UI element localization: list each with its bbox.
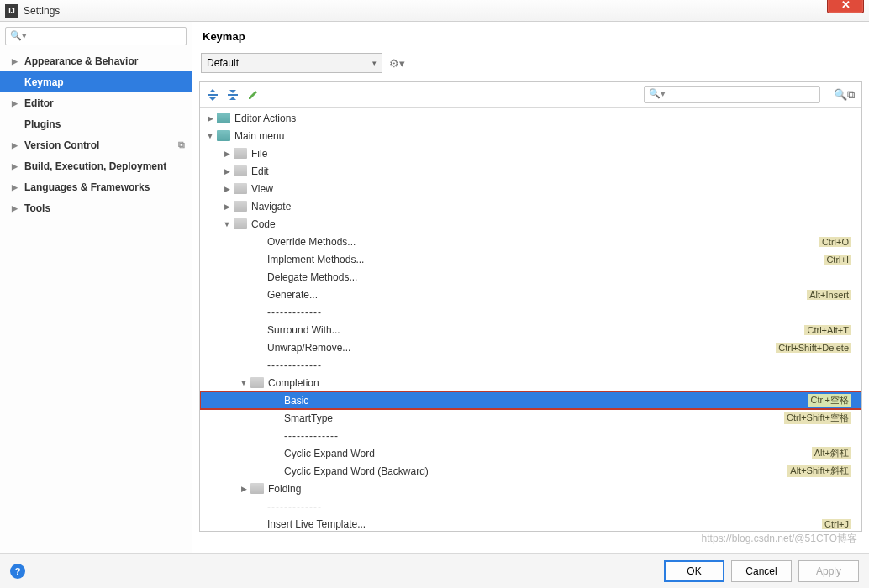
copy-icon: ⧉ <box>178 139 185 150</box>
nav-version-control[interactable]: ▶Version Control⧉ <box>0 134 192 155</box>
tree-view[interactable]: ▶View <box>200 180 861 197</box>
tree-separator: ------------- <box>200 356 861 374</box>
settings-sidebar: 🔍▾ ▶Appearance & Behavior Keymap ▶Editor… <box>0 22 192 553</box>
tree-implement[interactable]: Implement Methods...Ctrl+I <box>200 250 861 268</box>
chevron-right-icon: ▶ <box>12 204 20 213</box>
window-title: Settings <box>24 5 60 17</box>
svg-rect-1 <box>228 94 238 96</box>
apply-button[interactable]: Apply <box>798 560 859 582</box>
main-panel: Keymap Default ▾ ⚙▾ 🔍▾ 🔍⧉ ▶E <box>192 22 869 553</box>
shortcut: Alt+斜杠 <box>812 447 851 459</box>
shortcut: Ctrl+Alt+T <box>804 325 851 335</box>
folder-icon <box>234 201 247 212</box>
tree-main-menu[interactable]: ▼Main menu <box>200 127 861 144</box>
chevron-right-icon: ▶ <box>12 57 20 66</box>
nav-plugins[interactable]: Plugins <box>0 113 192 134</box>
titlebar: IJ Settings ✕ <box>0 0 869 22</box>
actions-toolbar: 🔍▾ 🔍⧉ <box>200 82 861 108</box>
chevron-right-icon: ▶ <box>12 99 20 108</box>
actions-panel: 🔍▾ 🔍⧉ ▶Editor Actions ▼Main menu ▶File ▶… <box>199 81 862 532</box>
tree-code[interactable]: ▼Code <box>200 215 861 233</box>
tree-generate[interactable]: Generate...Alt+Insert <box>200 286 861 303</box>
tree-completion[interactable]: ▼Completion <box>200 374 861 391</box>
shortcut: Ctrl+J <box>822 519 851 529</box>
shortcut: Ctrl+空格 <box>808 394 851 407</box>
folder-icon <box>234 165 247 176</box>
shortcut: Alt+Insert <box>807 290 851 300</box>
chevron-right-icon: ▶ <box>222 185 232 193</box>
svg-rect-0 <box>208 94 218 96</box>
nav-appearance[interactable]: ▶Appearance & Behavior <box>0 50 192 71</box>
action-search-input[interactable] <box>644 86 820 103</box>
help-icon[interactable]: ? <box>10 564 25 579</box>
nav-editor[interactable]: ▶Editor <box>0 92 192 113</box>
chevron-right-icon: ▶ <box>239 485 249 493</box>
folder-icon <box>217 130 230 141</box>
chevron-down-icon: ▼ <box>239 379 249 387</box>
tree-edit[interactable]: ▶Edit <box>200 162 861 180</box>
ok-button[interactable]: OK <box>664 560 724 582</box>
tree-folding[interactable]: ▶Folding <box>200 480 861 497</box>
folder-icon <box>234 183 247 194</box>
shortcut: Alt+Shift+斜杠 <box>787 465 851 477</box>
app-icon: IJ <box>5 4 18 18</box>
folder-icon <box>234 218 247 229</box>
chevron-right-icon: ▶ <box>222 150 232 158</box>
collapse-all-icon[interactable] <box>227 89 239 101</box>
close-button[interactable]: ✕ <box>827 0 864 13</box>
nav-languages[interactable]: ▶Languages & Frameworks <box>0 176 192 197</box>
folder-icon <box>250 483 264 494</box>
nav-keymap[interactable]: Keymap <box>0 71 192 92</box>
tree-separator: ------------- <box>200 427 861 444</box>
tree-delegate[interactable]: Delegate Methods... <box>200 268 861 286</box>
shortcut: Ctrl+Shift+空格 <box>784 412 851 424</box>
tree-navigate[interactable]: ▶Navigate <box>200 197 861 215</box>
chevron-right-icon: ▶ <box>12 183 20 192</box>
chevron-right-icon: ▶ <box>222 202 232 211</box>
folder-icon <box>234 148 247 159</box>
chevron-right-icon: ▶ <box>205 114 215 123</box>
tree-override[interactable]: Override Methods...Ctrl+O <box>200 233 861 250</box>
sidebar-search-input[interactable] <box>5 27 187 45</box>
find-shortcut-icon[interactable]: 🔍⧉ <box>834 88 855 102</box>
tree-insert-template[interactable]: Insert Live Template...Ctrl+J <box>200 515 861 531</box>
search-icon: 🔍▾ <box>10 30 27 41</box>
action-tree[interactable]: ▶Editor Actions ▼Main menu ▶File ▶Edit ▶… <box>200 108 861 531</box>
tree-editor-actions[interactable]: ▶Editor Actions <box>200 109 861 127</box>
chevron-down-icon: ▼ <box>222 220 232 228</box>
dialog-footer: ? OK Cancel Apply <box>0 553 869 588</box>
shortcut: Ctrl+I <box>824 255 851 265</box>
expand-all-icon[interactable] <box>207 89 219 101</box>
folder-icon <box>217 113 230 123</box>
shortcut: Ctrl+O <box>819 237 851 247</box>
search-icon: 🔍▾ <box>649 88 666 99</box>
scheme-value: Default <box>207 57 239 69</box>
tree-cyclic[interactable]: Cyclic Expand WordAlt+斜杠 <box>200 444 861 462</box>
tree-basic[interactable]: BasicCtrl+空格 <box>200 391 861 409</box>
tree-cyclic-bw[interactable]: Cyclic Expand Word (Backward)Alt+Shift+斜… <box>200 462 861 480</box>
tree-unwrap[interactable]: Unwrap/Remove...Ctrl+Shift+Delete <box>200 339 861 356</box>
tree-surround[interactable]: Surround With...Ctrl+Alt+T <box>200 321 861 339</box>
tree-separator: ------------- <box>200 497 861 515</box>
chevron-right-icon: ▶ <box>222 167 232 176</box>
chevron-down-icon: ▾ <box>372 59 377 67</box>
nav-build[interactable]: ▶Build, Execution, Deployment <box>0 155 192 176</box>
keymap-scheme-select[interactable]: Default ▾ <box>201 53 382 73</box>
chevron-right-icon: ▶ <box>12 162 20 171</box>
tree-smarttype[interactable]: SmartTypeCtrl+Shift+空格 <box>200 409 861 427</box>
page-title: Keymap <box>203 30 859 43</box>
settings-nav: ▶Appearance & Behavior Keymap ▶Editor Pl… <box>0 50 192 553</box>
chevron-right-icon: ▶ <box>12 141 20 150</box>
gear-icon[interactable]: ⚙▾ <box>389 57 405 70</box>
folder-icon <box>250 377 264 388</box>
shortcut: Ctrl+Shift+Delete <box>776 343 851 353</box>
edit-icon[interactable] <box>247 89 259 101</box>
cancel-button[interactable]: Cancel <box>731 560 792 582</box>
nav-tools[interactable]: ▶Tools <box>0 197 192 218</box>
tree-file[interactable]: ▶File <box>200 144 861 162</box>
chevron-down-icon: ▼ <box>205 132 215 140</box>
tree-separator: ------------- <box>200 303 861 321</box>
